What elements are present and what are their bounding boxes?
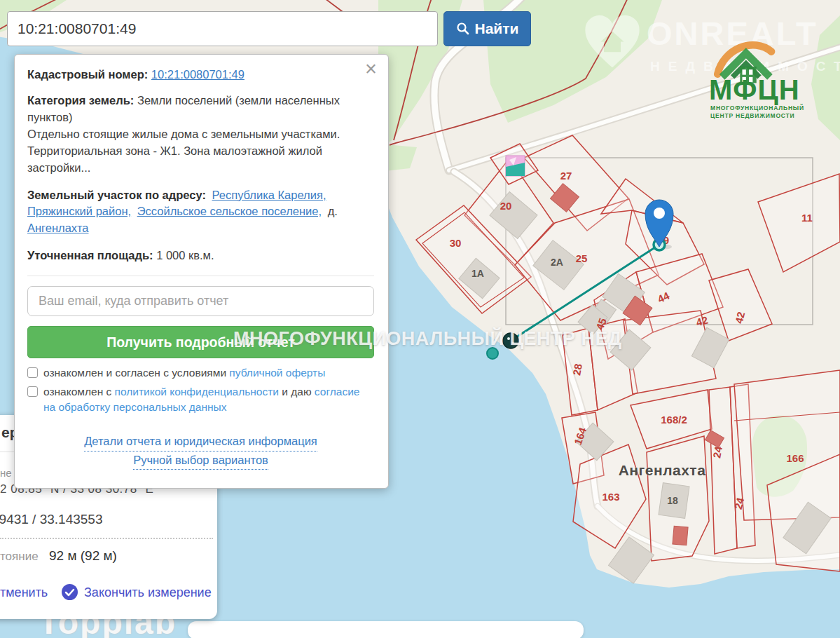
- mfcn-logo: МФЦН МНОГОФУНКЦИОНАЛЬНЫЙ ЦЕНТР НЕДВИЖИМО…: [702, 34, 836, 119]
- bottom-attribution-bar: [188, 621, 584, 638]
- privacy-consent-row: ознакомлен с политикой конфиденциальност…: [27, 384, 374, 414]
- manual-selection-link[interactable]: Ручной выбор вариантов: [133, 452, 268, 470]
- privacy-consent-label: ознакомлен с политикой конфиденциальност…: [43, 384, 374, 414]
- category-description: Отдельно стоящие жилые дома с земельными…: [27, 126, 374, 177]
- mfcn-logo-text: МФЦН: [709, 74, 800, 106]
- email-input[interactable]: [27, 286, 374, 316]
- category-label: Категория земель:: [27, 94, 134, 107]
- cadastral-number-row: Кадастровый номер: 10:21:0080701:49: [27, 67, 374, 83]
- map-canvas[interactable]: 272030259444542421128164163168/224241661…: [0, 0, 840, 638]
- offer-consent-label: ознакомлен и согласен с условиями публич…: [43, 365, 325, 381]
- address-label: Земельный участок по адресу:: [27, 189, 206, 201]
- offer-link[interactable]: публичной оферты: [229, 367, 325, 379]
- privacy-policy-link[interactable]: политикой конфиденциальности: [115, 386, 279, 398]
- distance-value: 92 м (92 м): [49, 548, 117, 564]
- address-district-link[interactable]: Пряжинский район,: [27, 205, 131, 217]
- offer-consent-row: ознакомлен и согласен с условиями публич…: [27, 365, 374, 381]
- popup-footer-links: Детали отчета и юридическая информация Р…: [27, 433, 374, 470]
- address-block: Земельный участок по адресу: Республика …: [27, 187, 374, 238]
- measure-panel-label-fragment: не: [0, 467, 12, 479]
- offer-checkbox[interactable]: [27, 367, 38, 378]
- area-label: Уточненная площадь:: [27, 249, 153, 262]
- search-bar: Найти: [7, 11, 531, 46]
- area-row: Уточненная площадь: 1 000 кв.м.: [27, 247, 374, 264]
- dotted-divider: [0, 538, 213, 539]
- address-plain-text: д.: [328, 205, 338, 217]
- privacy-checkbox[interactable]: [27, 386, 38, 397]
- search-button-label: Найти: [475, 20, 519, 37]
- address-settlement-link[interactable]: Эссойльское сельское поселение,: [137, 205, 322, 217]
- finish-measure-link[interactable]: Закончить измерение: [84, 585, 212, 600]
- poi-building-icon: [506, 156, 525, 176]
- cadastral-number-link[interactable]: 10:21:0080701:49: [151, 68, 245, 81]
- category-block: Категория земель: Земли поселений (земли…: [27, 93, 374, 177]
- address-region-link[interactable]: Республика Карелия,: [212, 189, 326, 201]
- report-details-link[interactable]: Детали отчета и юридическая информация: [84, 433, 317, 452]
- close-icon[interactable]: ×: [365, 59, 377, 79]
- area-value: 1 000 кв.м.: [153, 249, 214, 262]
- finish-check-icon[interactable]: [62, 584, 78, 600]
- mfcn-logo-subtitle-1: МНОГОФУНКЦИОНАЛЬНЫЙ: [710, 104, 804, 111]
- coords-decimal: 39431 / 33.143553: [0, 512, 103, 527]
- cancel-measure-link[interactable]: тменить: [0, 585, 48, 600]
- distance-label: тояние: [0, 550, 39, 564]
- popup-divider: [27, 276, 374, 276]
- search-icon: [456, 22, 470, 36]
- address-village-link[interactable]: Ангенлахта: [27, 222, 88, 234]
- get-report-button[interactable]: Получить подробный отчет: [27, 326, 374, 358]
- search-button[interactable]: Найти: [443, 11, 531, 46]
- mfcn-logo-subtitle-2: ЦЕНТР НЕДВИЖИМОСТИ: [710, 112, 794, 119]
- cadastral-number-label: Кадастровый номер:: [27, 68, 148, 81]
- parcel-info-popup: × Кадастровый номер: 10:21:0080701:49 Ка…: [14, 54, 389, 489]
- search-input[interactable]: [7, 11, 438, 46]
